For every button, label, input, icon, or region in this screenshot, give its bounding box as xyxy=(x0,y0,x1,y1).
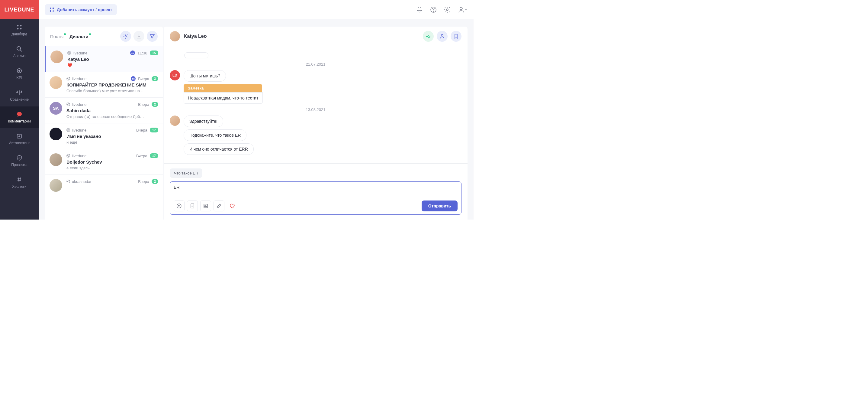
svg-point-29 xyxy=(68,78,69,80)
dialog-preview: Отправил(-а) голосовое сообщение Доб… xyxy=(66,114,158,119)
dialog-name: Sahin dada xyxy=(66,108,158,113)
logo[interactable]: LIVEDUNE xyxy=(0,0,39,19)
chat-footer: Что такое ER ER Отправить xyxy=(164,163,467,220)
unread-count: 2 xyxy=(152,102,158,107)
edit-icon[interactable] xyxy=(214,200,224,211)
heart-icon[interactable] xyxy=(227,200,238,211)
dialog-item[interactable]: okrasnodar Вчера 2 xyxy=(45,175,163,192)
tab-posts[interactable]: Посты xyxy=(50,34,63,39)
nav-label: Анализ xyxy=(13,54,26,58)
svg-point-26 xyxy=(68,52,70,54)
message-input[interactable]: ER xyxy=(174,185,458,197)
instagram-icon xyxy=(66,128,70,132)
dialogs-panel: Посты Диалоги livedune xyxy=(45,27,163,220)
tab-dialogs[interactable]: Диалоги xyxy=(69,34,88,39)
instagram-icon xyxy=(66,77,70,81)
svg-point-42 xyxy=(69,180,69,181)
svg-point-0 xyxy=(17,25,19,27)
done-icon[interactable] xyxy=(423,31,434,42)
svg-point-1 xyxy=(20,25,22,27)
svg-point-41 xyxy=(68,181,69,182)
search-icon xyxy=(16,46,22,52)
dialog-name: Boljedor Sychev xyxy=(66,160,158,165)
dialog-item[interactable]: livedune Вчера 17 Boljedor Sychev а если… xyxy=(45,149,163,175)
account-name: okrasnodar xyxy=(72,179,92,184)
svg-point-44 xyxy=(177,204,181,208)
dialog-preview: а если здесь xyxy=(66,166,158,170)
svg-point-43 xyxy=(441,34,443,36)
avatar xyxy=(50,153,62,166)
nav-hashtags[interactable]: Хештеги xyxy=(0,172,39,194)
help-icon[interactable] xyxy=(430,6,437,13)
message-bubble: Здравствуйте! xyxy=(184,116,223,127)
svg-line-15 xyxy=(18,177,19,182)
svg-rect-19 xyxy=(50,10,51,12)
svg-point-36 xyxy=(69,129,69,130)
dialog-list[interactable]: livedune ек 11:38 15 Katya Leo ❤️ xyxy=(45,46,163,220)
sender-avatar: LD xyxy=(170,70,180,81)
add-account-button[interactable]: Добавить аккаунт / проект xyxy=(45,4,117,15)
unread-count: 17 xyxy=(150,127,158,133)
shield-check-icon xyxy=(16,155,22,161)
assign-user-icon[interactable] xyxy=(437,31,447,42)
note-body: Неадекватная мадам, что-то тестит xyxy=(184,92,263,104)
send-button[interactable]: Отправить xyxy=(422,200,458,211)
dialog-item[interactable]: livedune ек Вчера 3 КОПИРАЙТЕР ПРОДВИЖЕН… xyxy=(45,72,163,98)
svg-point-38 xyxy=(68,155,69,156)
bell-icon[interactable] xyxy=(416,6,423,13)
note-label: Заметка xyxy=(184,84,262,92)
user-menu[interactable] xyxy=(458,6,467,13)
dashboard-icon xyxy=(16,24,22,30)
download-icon[interactable] xyxy=(133,31,144,42)
target-icon xyxy=(16,68,22,74)
nav-autoposting[interactable]: Автопостинг xyxy=(0,128,39,150)
sender-avatar xyxy=(170,116,180,126)
bookmark-icon[interactable] xyxy=(451,31,462,42)
chat-avatar xyxy=(170,31,180,41)
nav-label: Проверка xyxy=(11,163,28,167)
nav-comments[interactable]: Комментарии xyxy=(0,107,39,128)
svg-point-3 xyxy=(20,28,22,30)
avatar: SA xyxy=(50,102,62,115)
operator-badge: ек xyxy=(131,76,135,81)
chat-body[interactable]: 21.07.2021 LD Шо ты мутишь? Заметка Неад… xyxy=(164,46,467,163)
nav-analysis[interactable]: Анализ xyxy=(0,41,39,63)
svg-rect-17 xyxy=(50,7,51,9)
emoji-icon[interactable] xyxy=(174,200,185,211)
svg-point-52 xyxy=(205,205,205,206)
image-icon[interactable] xyxy=(200,200,211,211)
unread-count: 17 xyxy=(150,153,158,158)
svg-point-30 xyxy=(69,78,69,78)
nav-dashboard[interactable]: Дашборд xyxy=(0,19,39,41)
nav-check[interactable]: Проверка xyxy=(0,150,39,172)
svg-point-32 xyxy=(68,104,69,105)
nav-label: KPI xyxy=(16,76,22,80)
nav-compare[interactable]: Сравнение xyxy=(0,85,39,107)
instagram-icon xyxy=(66,154,70,157)
settings-filter-icon[interactable] xyxy=(120,31,131,42)
instagram-icon xyxy=(66,103,70,106)
filter-icon[interactable] xyxy=(147,31,158,42)
svg-line-16 xyxy=(20,177,21,182)
dialog-item[interactable]: livedune Вчера 17 Имя не указано и ещё xyxy=(45,123,163,149)
nav-label: Автопостинг xyxy=(9,141,30,145)
suggestion-pill[interactable]: Что такое ER xyxy=(170,168,203,178)
gear-icon[interactable] xyxy=(444,6,451,13)
dialog-time: Вчера xyxy=(138,102,149,107)
nav-kpi[interactable]: KPI xyxy=(0,63,39,85)
add-button-label: Добавить аккаунт / проект xyxy=(57,7,112,12)
nav-label: Комментарии xyxy=(8,119,31,123)
avatar xyxy=(50,76,62,89)
unread-count: 3 xyxy=(152,76,158,81)
dialog-time: Вчера xyxy=(138,179,149,184)
svg-point-4 xyxy=(17,47,21,50)
template-icon[interactable] xyxy=(187,200,198,211)
dialog-item[interactable]: SA livedune Вчера 2 Sahin dada xyxy=(45,98,163,123)
dialog-item[interactable]: livedune ек 11:38 15 Katya Leo ❤️ xyxy=(45,46,163,72)
svg-point-39 xyxy=(69,155,69,155)
chat-panel: Katya Leo 21.07.2021 LD Шо ты мутишь? xyxy=(164,27,467,220)
svg-point-7 xyxy=(19,70,20,71)
sidebar: LIVEDUNE Дашборд Анализ KPI Сравнение Ко… xyxy=(0,0,39,220)
nav-label: Хештеги xyxy=(12,184,26,189)
dialog-preview: Спасибо большое) мне уже ответили на … xyxy=(66,89,158,93)
